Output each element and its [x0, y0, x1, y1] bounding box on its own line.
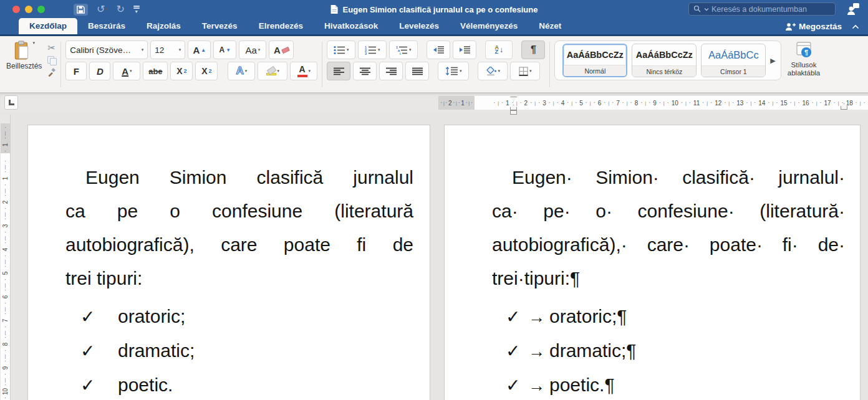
share-label: Megosztás: [799, 22, 842, 31]
collapse-ribbon-button[interactable]: [852, 24, 859, 29]
page-1-text[interactable]: Eugen Simion clasifică jurnalul ca pe o …: [28, 125, 430, 400]
check-list: ✓→oratoric;¶ ✓→dramatic;¶ ✓→poetic.¶: [492, 300, 845, 400]
horizontal-ruler[interactable]: ·|·2·|·1·|· ·|·1·|·2·|·3·|·4·|·5·|·6·|·7…: [0, 93, 868, 113]
tab-levelezes[interactable]: Levelezés: [388, 18, 450, 34]
tab-rajzolas[interactable]: Rajzolás: [136, 18, 191, 34]
font-size-combobox[interactable]: 12▾: [150, 40, 185, 59]
bullets-button[interactable]: ▾: [327, 40, 355, 59]
underline-button[interactable]: A▾: [113, 62, 140, 80]
show-formatting-marks-button[interactable]: ¶: [521, 40, 545, 59]
grow-font-button[interactable]: A▲: [188, 40, 211, 59]
text-effects-button[interactable]: A▾: [228, 62, 255, 80]
tab-elrendezes[interactable]: Elrendezés: [248, 18, 314, 34]
decrease-indent-button[interactable]: [427, 40, 450, 59]
paste-label: Beillesztés: [6, 62, 42, 70]
style-card-heading1[interactable]: AaÁáBbCc Címsor 1: [701, 44, 766, 77]
line-spacing-button[interactable]: ▾: [438, 62, 469, 80]
paragraph-line: ca· pe· o· confesiune· (literatură·: [492, 194, 845, 228]
search-input[interactable]: Keresés a dokumentumban: [688, 2, 836, 16]
customize-toolbar-button[interactable]: ▼: [133, 6, 140, 14]
font-name-combobox[interactable]: Calibri (Szöve…▾: [65, 40, 148, 59]
sort-button[interactable]: AZ↓: [485, 40, 513, 59]
tab-velemenyezes[interactable]: Véleményezés: [450, 18, 528, 34]
search-placeholder: Keresés a dokumentumban: [711, 5, 807, 14]
list-item: ✓oratoric;: [65, 300, 413, 334]
tab-tervezes[interactable]: Tervezés: [191, 18, 248, 34]
font-name-value: Calibri (Szöve…: [70, 45, 131, 55]
superscript-button[interactable]: X2: [195, 62, 218, 80]
ribbon-tab-bar: Kezdőlap Beszúrás Rajzolás Tervezés Elre…: [0, 19, 868, 36]
justify-icon: [412, 67, 423, 75]
line-spacing-icon: [445, 67, 458, 75]
paste-dropdown-icon[interactable]: ▾: [32, 40, 35, 45]
format-painter-button[interactable]: [47, 68, 56, 77]
italic-button[interactable]: D: [89, 62, 110, 80]
clipboard-group: ▾ Beillesztés ✂: [6, 40, 56, 77]
copy-button[interactable]: [47, 56, 55, 64]
list-item: ✓→oratoric;¶: [492, 300, 845, 334]
list-item: ✓poetic.: [65, 368, 413, 400]
page-2[interactable]: Eugen· Simion· clasifică· jurnalul· ca· …: [444, 125, 861, 400]
title-bar: ↺▾ ↻ ▼ Eugen Simion clasifică jurnalul c…: [0, 0, 868, 19]
undo-button[interactable]: ↺▾: [97, 4, 107, 14]
search-scope-chevron-icon[interactable]: [704, 7, 709, 11]
justify-button[interactable]: [405, 62, 429, 80]
align-center-icon: [360, 67, 370, 75]
align-left-button[interactable]: [327, 62, 350, 80]
left-indent-marker[interactable]: [510, 110, 517, 115]
quick-access-toolbar: ↺▾ ↻ ▼: [74, 0, 140, 19]
save-button[interactable]: [74, 4, 88, 16]
styles-pane-button[interactable]: ¶ Stílusokablaktábla: [788, 40, 820, 77]
save-icon: [76, 5, 85, 14]
tab-hivatkozasok[interactable]: Hivatkozások: [314, 18, 388, 34]
bold-button[interactable]: F: [65, 62, 87, 80]
align-center-button[interactable]: [353, 62, 377, 80]
paragraph-line: Eugen· Simion· clasifică· jurnalul·: [492, 161, 845, 194]
styles-pane-label: Stílusokablaktábla: [788, 61, 820, 77]
zoom-window-button[interactable]: [37, 6, 45, 13]
redo-button[interactable]: ↻: [116, 4, 124, 14]
vertical-ruler[interactable]: ·|·1·|· ·|·1·|·2·|·3·|·4·|·5·|·6·|·7·|·8…: [0, 115, 11, 400]
clear-formatting-button[interactable]: A: [269, 40, 294, 59]
minimize-window-button[interactable]: [25, 6, 32, 13]
checkmark-bullet: ✓: [80, 369, 103, 400]
list-item-text: dramatic;: [118, 334, 195, 368]
list-item-text: oratoric;: [118, 300, 185, 333]
page-2-text[interactable]: Eugen· Simion· clasifică· jurnalul· ca· …: [445, 125, 860, 400]
account-button[interactable]: [846, 2, 861, 19]
tab-beszuras[interactable]: Beszúrás: [77, 18, 136, 34]
style-card-normal[interactable]: AaÁáBbCcZz Normál: [562, 44, 627, 77]
subscript-button[interactable]: X2: [170, 62, 193, 80]
shading-button[interactable]: ▾: [478, 62, 508, 80]
paste-button[interactable]: ▾ Beillesztés: [6, 40, 42, 77]
highlight-color-button[interactable]: ▾: [258, 62, 287, 80]
increase-indent-button[interactable]: [453, 40, 476, 59]
list-item: ✓→poetic.¶: [492, 368, 845, 400]
add-person-icon: [785, 22, 796, 31]
numbered-list-icon: 123: [365, 45, 377, 55]
check-list: ✓oratoric; ✓dramatic; ✓poetic.: [65, 300, 413, 400]
page-1[interactable]: Eugen Simion clasifică jurnalul ca pe o …: [27, 125, 430, 400]
tab-kezdolap[interactable]: Kezdőlap: [19, 18, 77, 34]
tab-nezet[interactable]: Nézet: [528, 18, 572, 34]
change-case-button[interactable]: Aa▾: [239, 40, 266, 59]
strikethrough-button[interactable]: abe: [143, 62, 168, 80]
shrink-font-button[interactable]: A▼: [213, 40, 236, 59]
person-chat-icon: [846, 2, 861, 17]
font-color-button[interactable]: A▾: [290, 62, 317, 80]
numbering-button[interactable]: 123▾: [358, 40, 387, 59]
bullet-list-icon: [334, 45, 345, 55]
cut-button[interactable]: ✂: [48, 43, 56, 52]
tab-stop-selector[interactable]: [4, 95, 18, 110]
close-window-button[interactable]: [12, 6, 20, 13]
more-styles-button[interactable]: ▶: [770, 57, 775, 65]
borders-button[interactable]: ▾: [510, 62, 540, 80]
align-right-button[interactable]: [379, 62, 403, 80]
share-button[interactable]: Megosztás: [785, 22, 842, 31]
multilevel-list-icon: 1ai: [396, 45, 408, 55]
multilevel-list-button[interactable]: 1ai▾: [389, 40, 418, 59]
ruler-left-margin: ·|·2·|·1·|·: [438, 96, 475, 110]
undo-dropdown-icon[interactable]: ▾: [105, 6, 107, 12]
style-card-no-spacing[interactable]: AaÁáBbCcZz Nincs térköz: [632, 44, 697, 77]
ribbon: ▾ Beillesztés ✂ Calibri (Szöve…▾ 12▾ A▲ …: [0, 36, 868, 93]
